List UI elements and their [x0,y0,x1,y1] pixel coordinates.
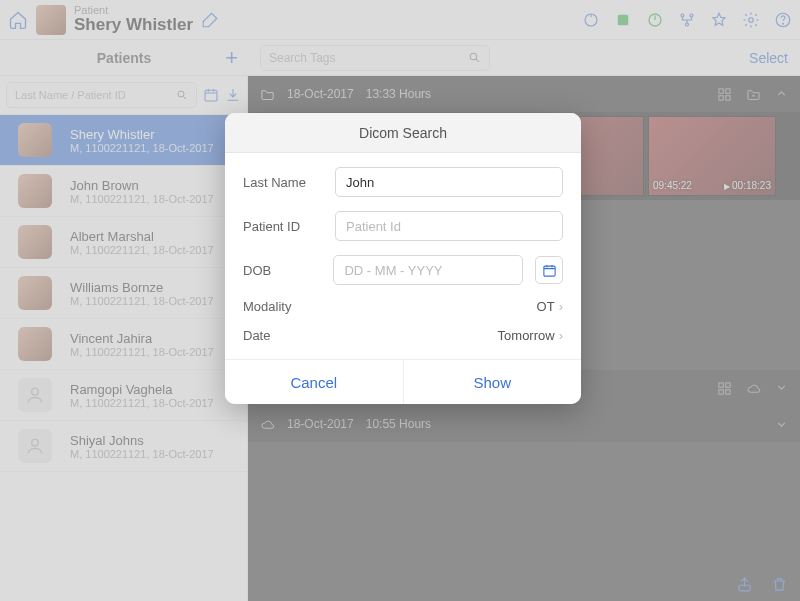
dicom-search-dialog: Dicom Search Last Name Patient ID DOB Mo… [225,113,581,404]
row-patientid: Patient ID [243,211,563,241]
row-date[interactable]: Date Tomorrow › [243,328,563,343]
row-dob: DOB [243,255,563,285]
patientid-input[interactable] [335,211,563,241]
row-modality[interactable]: Modality OT › [243,299,563,314]
date-value: Tomorrow [498,328,555,343]
modality-label: Modality [243,299,323,314]
row-lastname: Last Name [243,167,563,197]
date-label: Date [243,328,323,343]
dialog-body: Last Name Patient ID DOB Modality OT › [225,153,581,349]
dialog-title: Dicom Search [225,113,581,153]
dob-label: DOB [243,263,321,278]
lastname-input[interactable] [335,167,563,197]
calendar-button[interactable] [535,256,563,284]
app-root: Patient Shery Whistler Patients + Search… [0,0,800,601]
patientid-label: Patient ID [243,219,323,234]
lastname-label: Last Name [243,175,323,190]
dob-input[interactable] [333,255,523,285]
chevron-right-icon: › [559,299,563,314]
modality-value: OT [537,299,555,314]
svg-rect-24 [544,266,555,276]
cancel-button[interactable]: Cancel [225,360,404,404]
show-button[interactable]: Show [404,360,582,404]
chevron-right-icon: › [559,328,563,343]
dialog-footer: Cancel Show [225,359,581,404]
